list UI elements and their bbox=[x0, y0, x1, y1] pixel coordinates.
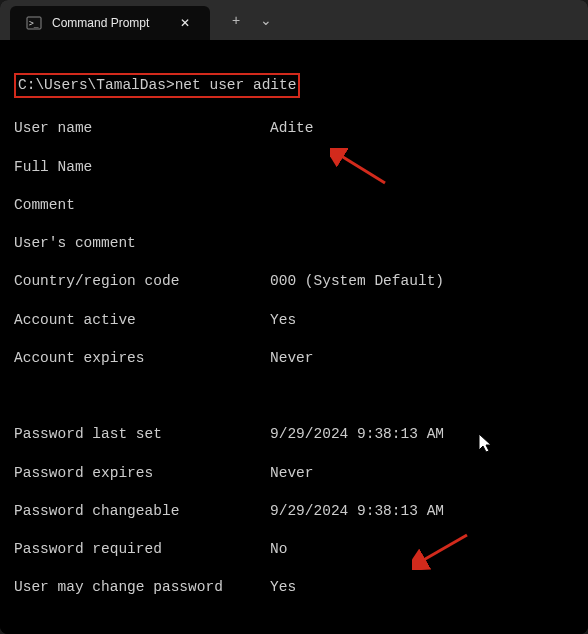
tab-command-prompt[interactable]: >_ Command Prompt ✕ bbox=[10, 6, 210, 40]
terminal-window: >_ Command Prompt ✕ + ⌄ C:\Users\TamalDa… bbox=[0, 0, 588, 634]
output-row: Password last set9/29/2024 9:38:13 AM bbox=[14, 425, 574, 444]
cmd-icon: >_ bbox=[26, 15, 42, 31]
output-row: User's comment bbox=[14, 234, 574, 253]
terminal-output[interactable]: C:\Users\TamalDas>net user adite User na… bbox=[0, 40, 588, 634]
close-icon[interactable]: ✕ bbox=[176, 14, 194, 32]
tab-dropdown-button[interactable]: ⌄ bbox=[252, 8, 280, 32]
output-row: Account expiresNever bbox=[14, 349, 574, 368]
tab-controls: + ⌄ bbox=[210, 8, 280, 32]
output-row: User nameAdite bbox=[14, 119, 574, 138]
output-row bbox=[14, 387, 574, 406]
output-row: Password changeable9/29/2024 9:38:13 AM bbox=[14, 502, 574, 521]
output-row: Country/region code000 (System Default) bbox=[14, 272, 574, 291]
output-row: Comment bbox=[14, 196, 574, 215]
command-line-highlight: C:\Users\TamalDas>net user adite bbox=[14, 73, 300, 98]
output-row: Password requiredNo bbox=[14, 540, 574, 559]
output-row: Password expiresNever bbox=[14, 464, 574, 483]
title-bar: >_ Command Prompt ✕ + ⌄ bbox=[0, 0, 588, 40]
output-row bbox=[14, 617, 574, 634]
svg-text:>_: >_ bbox=[29, 19, 39, 28]
new-tab-button[interactable]: + bbox=[224, 8, 248, 32]
tab-title: Command Prompt bbox=[52, 16, 166, 30]
output-row: User may change passwordYes bbox=[14, 578, 574, 597]
output-row: Account activeYes bbox=[14, 311, 574, 330]
output-row: Full Name bbox=[14, 158, 574, 177]
